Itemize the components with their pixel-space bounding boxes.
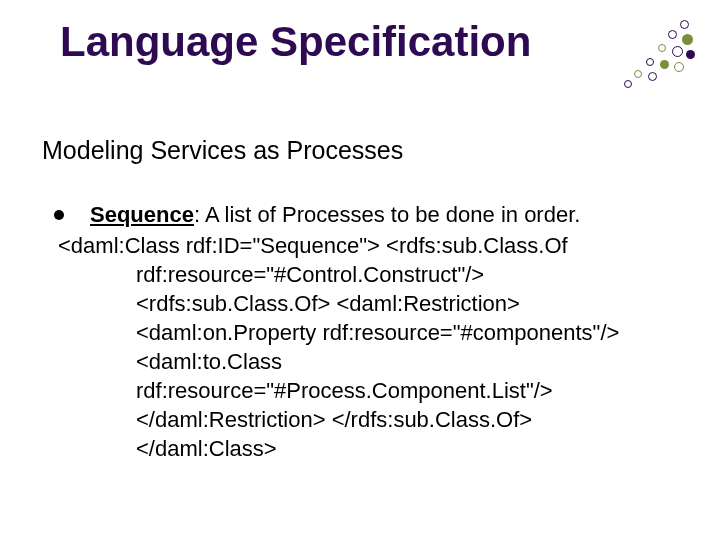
sequence-desc: : A list of Processes to be done in orde… [194,202,580,227]
code-line: rdf:resource="#Control.Construct"/> [136,260,668,289]
slide-body: Sequence: A list of Processes to be done… [52,200,668,463]
slide-subtitle: Modeling Services as Processes [42,136,403,165]
code-line: <daml:Class rdf:ID="Sequence"> <rdfs:sub… [58,231,668,260]
slide-title: Language Specification [60,18,531,66]
code-line: <rdfs:sub.Class.Of> <daml:Restriction> [136,289,668,318]
corner-decoration [624,18,702,96]
code-line: </daml:Class> [136,434,668,463]
code-block: <daml:Class rdf:ID="Sequence"> <rdfs:sub… [58,231,668,463]
code-line: rdf:resource="#Process.Component.List"/> [136,376,668,405]
code-line: <daml:on.Property rdf:resource="#compone… [136,318,668,347]
bullet-text: Sequence: A list of Processes to be done… [90,200,668,229]
bullet-icon [54,210,64,220]
code-line: </daml:Restriction> </rdfs:sub.Class.Of> [136,405,668,434]
bullet-item: Sequence: A list of Processes to be done… [52,200,668,229]
code-line: <daml:to.Class [136,347,668,376]
sequence-label: Sequence [90,202,194,227]
slide: Language Specification Modeling Services… [0,0,720,540]
